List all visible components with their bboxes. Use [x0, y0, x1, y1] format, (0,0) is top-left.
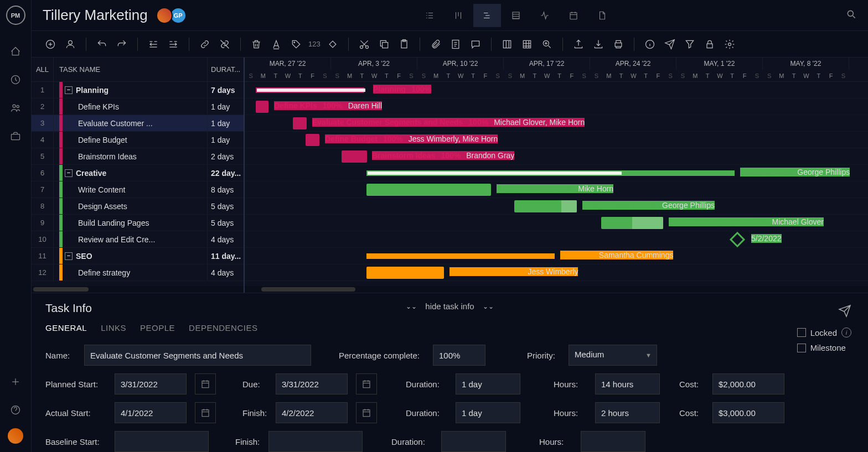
gantt-row[interactable]: SEO0%Samantha Cummings: [245, 248, 868, 264]
table-row[interactable]: 3Evaluate Customer ...1 day: [32, 115, 244, 132]
send-icon[interactable]: [838, 304, 851, 319]
calendar-icon[interactable]: [356, 373, 377, 394]
gantt-row[interactable]: 5/2/2022: [245, 231, 868, 248]
gantt-row[interactable]: Define Budget100%Jess Wimberly, Mike Hor…: [245, 132, 868, 148]
trash-icon[interactable]: [249, 37, 264, 52]
locked-checkbox[interactable]: [797, 328, 806, 337]
table-row[interactable]: 1−Planning7 days: [32, 82, 244, 98]
attach-icon[interactable]: [428, 37, 443, 52]
baseline-duration-input[interactable]: [441, 431, 506, 452]
name-input[interactable]: [84, 345, 311, 366]
format-text-icon[interactable]: [268, 37, 284, 52]
add-icon[interactable]: [6, 372, 25, 392]
view-list-icon[interactable]: [416, 4, 443, 27]
search-icon[interactable]: [846, 9, 857, 22]
duration-input[interactable]: [456, 402, 520, 423]
clock-icon[interactable]: [6, 70, 25, 90]
redo-icon[interactable]: [114, 37, 130, 52]
tab-people[interactable]: PEOPLE: [140, 323, 175, 332]
tag-icon[interactable]: [288, 37, 304, 52]
avatar-group[interactable]: GP: [159, 7, 187, 24]
app-logo[interactable]: PM: [6, 6, 25, 25]
milestone-checkbox[interactable]: [797, 344, 806, 352]
add-circle-icon[interactable]: [43, 37, 58, 52]
table-row[interactable]: 10Review and Edit Cre...4 days: [32, 231, 244, 248]
col-header-duration[interactable]: DURAT...: [208, 58, 244, 81]
comment-icon[interactable]: [468, 37, 483, 52]
task-scrollbar[interactable]: [32, 286, 244, 293]
table-row[interactable]: 9Build Landing Pages5 days: [32, 215, 244, 231]
info-icon[interactable]: i: [841, 328, 851, 337]
print-icon[interactable]: [611, 37, 626, 52]
home-icon[interactable]: [6, 41, 25, 61]
filter-icon[interactable]: [682, 37, 698, 52]
calendar-icon[interactable]: [195, 402, 216, 423]
outdent-icon[interactable]: [146, 37, 161, 52]
view-sheet-icon[interactable]: [502, 4, 530, 27]
assign-icon[interactable]: [63, 37, 78, 52]
help-icon[interactable]: [6, 400, 25, 420]
columns-icon[interactable]: [499, 37, 515, 52]
duration-input[interactable]: [456, 373, 520, 394]
table-row[interactable]: 4Define Budget1 day: [32, 132, 244, 148]
export-icon[interactable]: [571, 37, 586, 52]
grid-icon[interactable]: [519, 37, 535, 52]
copy-icon[interactable]: [376, 37, 392, 52]
gantt-row[interactable]: Creative69%George Phillips: [245, 165, 868, 181]
view-activity-icon[interactable]: [531, 4, 559, 27]
gantt-row[interactable]: Evaluate Customer Segments and Needs100%…: [245, 115, 868, 132]
calendar-icon[interactable]: [195, 373, 216, 394]
people-icon[interactable]: [6, 98, 25, 118]
table-row[interactable]: 7Write Content8 days: [32, 181, 244, 198]
note-icon[interactable]: [448, 37, 463, 52]
hours-input[interactable]: [595, 373, 660, 394]
finish-input[interactable]: [276, 402, 348, 423]
table-row[interactable]: 5Brainstorm Ideas2 days: [32, 148, 244, 165]
view-calendar-icon[interactable]: [560, 4, 587, 27]
view-gantt-icon[interactable]: [473, 4, 501, 27]
col-header-all[interactable]: ALL: [32, 58, 54, 81]
briefcase-icon[interactable]: [6, 126, 25, 146]
link-icon[interactable]: [197, 37, 213, 52]
gantt-row[interactable]: Design Assets75%George Phillips: [245, 198, 868, 215]
diamond-icon[interactable]: [325, 37, 340, 52]
import-icon[interactable]: [591, 37, 606, 52]
tab-dependencies[interactable]: DEPENDENCIES: [189, 323, 257, 332]
user-avatar[interactable]: [8, 428, 23, 444]
table-row[interactable]: 2Define KPIs1 day: [32, 98, 244, 115]
hide-info-button[interactable]: ⌄⌄ hide task info ⌄⌄: [406, 302, 493, 311]
view-board-icon[interactable]: [445, 4, 472, 27]
gantt-row[interactable]: Define strategy0%Jess Wimberly: [245, 264, 868, 281]
unlink-icon[interactable]: [217, 37, 232, 52]
cost-input[interactable]: [712, 373, 784, 394]
pct-input[interactable]: [433, 345, 485, 366]
priority-select[interactable]: Medium: [569, 345, 657, 366]
hours-input[interactable]: [595, 402, 660, 423]
col-header-name[interactable]: TASK NAME: [54, 58, 208, 81]
zoom-in-icon[interactable]: [539, 37, 555, 52]
gantt-row[interactable]: Brainstorm Ideas100%Brandon Gray: [245, 148, 868, 165]
view-file-icon[interactable]: [588, 4, 616, 27]
planned-start-input[interactable]: [115, 373, 187, 394]
baseline-finish-input[interactable]: [268, 431, 363, 452]
calendar-icon[interactable]: [356, 402, 377, 423]
settings-icon[interactable]: [722, 37, 737, 52]
baseline-start-input[interactable]: [115, 431, 209, 452]
gantt-row[interactable]: Planning100%: [245, 82, 868, 98]
gantt-row[interactable]: Build Landing Pages50%Michael Glover: [245, 215, 868, 231]
gantt-row[interactable]: Define KPIs100%Daren Hill: [245, 98, 868, 115]
actual-start-input[interactable]: [115, 402, 187, 423]
tab-links[interactable]: LINKS: [101, 323, 126, 332]
gantt-row[interactable]: Write Content100%Mike Horn: [245, 181, 868, 198]
due-input[interactable]: [276, 373, 348, 394]
info-icon[interactable]: [642, 37, 658, 52]
table-row[interactable]: 8Design Assets5 days: [32, 198, 244, 215]
tab-general[interactable]: GENERAL: [45, 323, 87, 332]
avatar[interactable]: [156, 7, 173, 24]
undo-icon[interactable]: [94, 37, 110, 52]
send-icon[interactable]: [662, 37, 678, 52]
paste-icon[interactable]: [396, 37, 412, 52]
indent-icon[interactable]: [166, 37, 181, 52]
table-row[interactable]: 12Define strategy4 days: [32, 264, 244, 281]
cost-input[interactable]: [712, 402, 784, 423]
